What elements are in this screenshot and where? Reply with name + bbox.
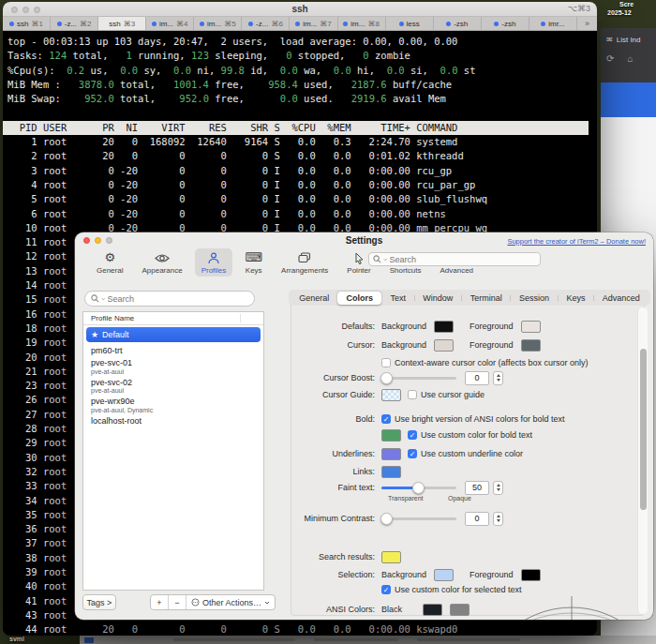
scrollbar[interactable] xyxy=(637,307,648,614)
slider-knob[interactable] xyxy=(380,372,393,384)
cursor-boost-slider[interactable] xyxy=(381,372,456,384)
tab-keys[interactable]: Keys xyxy=(558,292,593,305)
home-icon[interactable]: ⌂ xyxy=(627,53,633,64)
slider-knob[interactable] xyxy=(380,513,393,525)
profile-row[interactable]: pm60-trt xyxy=(83,344,263,356)
other-actions-menu[interactable]: Other Actions… xyxy=(186,595,275,609)
ansi-black-bright-color-well[interactable] xyxy=(450,604,470,616)
bold-color-well[interactable] xyxy=(381,429,401,442)
underline-color-well[interactable] xyxy=(381,448,401,460)
selection-background-color-well[interactable] xyxy=(434,569,454,581)
cursor-boost-stepper[interactable] xyxy=(493,371,503,385)
tab-label: im... xyxy=(207,20,221,28)
terminal-tab[interactable]: im...⌘7 xyxy=(290,17,337,30)
selection-foreground-color-well[interactable] xyxy=(521,569,541,581)
search-results-color-well[interactable] xyxy=(381,551,401,563)
toolbar-item-appearance[interactable]: Appearance xyxy=(135,248,188,277)
custom-selected-text-checkbox[interactable]: ✓ xyxy=(381,585,391,594)
terminal-tab[interactable]: less xyxy=(386,17,434,30)
toolbar-item-profiles[interactable]: Profiles xyxy=(195,248,233,277)
donate-link[interactable]: Support the creator of iTerm2 – Donate n… xyxy=(507,237,646,246)
settings-search-input[interactable] xyxy=(390,255,537,264)
custom-underline-checkbox[interactable]: ✓ xyxy=(408,449,417,458)
terminal-tab[interactable]: ssh⌘3 xyxy=(98,17,146,30)
profile-search-input[interactable] xyxy=(107,294,248,304)
tab-colors[interactable]: Colors xyxy=(337,292,381,305)
profile-row[interactable]: pve-wrx90epve-at-auul, Dynamic xyxy=(83,395,263,414)
settings-search-field[interactable] xyxy=(368,252,541,266)
profile-row[interactable]: pve-svc-02pve-at-auul xyxy=(83,376,263,396)
cursor-foreground-color-well[interactable] xyxy=(521,339,541,352)
profile-row[interactable]: pve-svc-01pve-at-auul xyxy=(83,356,263,376)
faint-text-value[interactable]: 50 xyxy=(465,481,489,495)
tab-window[interactable]: Window xyxy=(414,292,461,305)
bright-bold-label: Use bright version of ANSI colors for bo… xyxy=(395,414,565,424)
profile-name: pve-svc-02 xyxy=(91,378,258,387)
profile-row[interactable]: localhost-root xyxy=(83,414,263,427)
tab-shortcut: ⌘4 xyxy=(176,20,187,28)
faint-text-slider[interactable] xyxy=(381,482,456,494)
cursor-guide-color-well[interactable] xyxy=(381,389,401,401)
background-window-bottom xyxy=(80,636,656,644)
custom-bold-color-checkbox[interactable]: ✓ xyxy=(408,430,417,440)
tab-label: ssh xyxy=(17,20,28,28)
remove-profile-button[interactable]: − xyxy=(169,595,186,609)
close-button[interactable] xyxy=(11,7,18,13)
default-background-color-well[interactable] xyxy=(434,321,454,333)
tab-session[interactable]: Session xyxy=(511,292,558,305)
faint-text-stepper[interactable] xyxy=(493,481,503,495)
add-profile-button[interactable]: + xyxy=(151,595,169,609)
minimize-button[interactable] xyxy=(22,7,29,13)
tab-text[interactable]: Text xyxy=(381,292,414,305)
toolbar-item-arrangements[interactable]: Arrangements xyxy=(275,248,335,277)
settings-titlebar[interactable]: Settings Support the creator of iTerm2 –… xyxy=(75,232,653,249)
process-row: 44 root 20 0 0 0 0 S 0.0 0.0 0:00.00 ksw… xyxy=(3,622,597,636)
terminal-tab[interactable]: ssh⌘1 xyxy=(3,17,51,30)
cursor-background-color-well[interactable] xyxy=(434,339,454,352)
top-summary-line: MiB Swap: 952.0 total, 952.0 free, 0.0 u… xyxy=(3,92,597,106)
close-button[interactable] xyxy=(83,237,90,244)
terminal-tab[interactable]: -zsh xyxy=(434,17,482,30)
star-icon: ★ xyxy=(91,330,98,339)
terminal-tab[interactable]: im...⌘8 xyxy=(338,17,386,30)
tab-general[interactable]: General xyxy=(291,292,337,305)
refresh-icon[interactable]: ⟳ xyxy=(606,53,614,64)
use-cursor-guide-checkbox[interactable]: ✓ xyxy=(408,390,417,399)
tags-button[interactable]: Tags > xyxy=(82,594,116,610)
tab-advanced[interactable]: Advanced xyxy=(594,292,649,305)
minimize-button[interactable] xyxy=(95,237,101,244)
bright-bold-checkbox[interactable]: ✓ xyxy=(381,414,391,424)
terminal-tab[interactable]: im...⌘4 xyxy=(146,17,194,30)
search-icon xyxy=(373,255,381,263)
minimum-contrast-slider[interactable] xyxy=(381,513,456,525)
zoom-button[interactable] xyxy=(34,7,40,13)
minimum-contrast-stepper[interactable] xyxy=(493,512,503,526)
mail-label: List Ind xyxy=(617,36,641,44)
slider-knob[interactable] xyxy=(412,482,425,494)
profile-search-field[interactable] xyxy=(84,291,255,307)
default-foreground-color-well[interactable] xyxy=(521,321,541,333)
links-color-well[interactable] xyxy=(381,466,401,478)
profile-name: pm60-trt xyxy=(91,346,258,355)
cursor-boost-value[interactable]: 0 xyxy=(465,371,489,385)
toolbar-item-keys[interactable]: ⌨Keys xyxy=(238,248,269,277)
color-wheel-partial[interactable] xyxy=(495,596,649,620)
terminal-tab[interactable]: -z...⌘2 xyxy=(51,17,98,30)
terminal-titlebar[interactable]: ssh ⌥⌘3 xyxy=(3,2,597,17)
terminal-tab[interactable]: imr... xyxy=(529,17,577,30)
profile-row[interactable]: ★Default xyxy=(86,327,261,342)
tab-terminal[interactable]: Terminal xyxy=(462,292,511,305)
scrollbar-thumb[interactable] xyxy=(640,349,647,510)
context-aware-cursor-checkbox[interactable]: ✓ xyxy=(381,358,391,367)
ansi-black-normal-color-well[interactable] xyxy=(423,604,442,616)
minimum-contrast-value[interactable]: 0 xyxy=(465,512,489,526)
zoom-button[interactable] xyxy=(106,237,112,244)
toolbar-item-general[interactable]: ⚙General xyxy=(90,248,129,277)
terminal-tab[interactable]: -z...⌘6 xyxy=(242,17,290,30)
faint-text-label: Faint text: xyxy=(291,483,381,492)
tab-overflow-chevron-icon[interactable]: » xyxy=(577,17,597,30)
terminal-tab[interactable]: -zsh xyxy=(482,17,529,30)
desktop-file-label: 2025-12 xyxy=(607,9,632,16)
terminal-tab[interactable]: im...⌘5 xyxy=(194,17,242,30)
process-row: 5 root 0 -20 0 0 0 I 0.0 0.0 0:00.00 slu… xyxy=(3,192,597,206)
